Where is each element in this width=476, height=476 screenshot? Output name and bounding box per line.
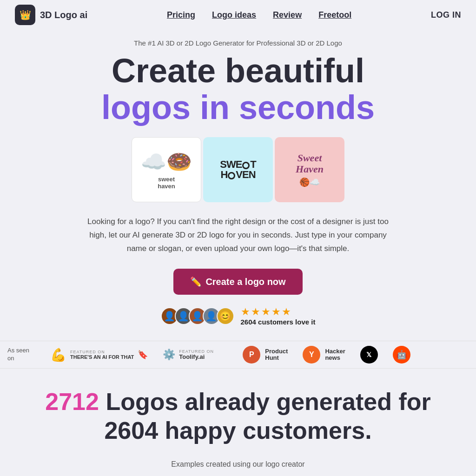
badge-hackernews: Y Hacker news [303,346,345,364]
avatar-5: 😊 [217,307,234,325]
hero-title-line2: logos in seconds [9,89,467,126]
theresan-name: THERE'S AN AI FOR THAT [70,354,134,360]
badge-producthunt: P Product Hunt [243,346,288,364]
muscle-icon: 💪 [50,347,66,363]
yc-icon: Y [303,346,320,364]
cta-label: Create a logo now [205,277,285,287]
nav-freetool[interactable]: Freetool [318,10,351,20]
badge-reddit: 🤖 [393,346,410,364]
pencil-icon: ✏️ [190,276,202,287]
nav-pricing[interactable]: Pricing [167,10,195,20]
star-icons: ★★★★★ [241,306,292,318]
ph-name-line2: Hunt [265,355,288,361]
customers-text: happy customers. [158,417,371,444]
as-seen-bar: As seen on 💪 FEATURED ON THERE'S AN AI F… [0,341,476,369]
toolify-name: Toolify.ai [179,354,214,360]
logo-sample-1: ☁️🍩 sweethaven [132,137,201,202]
nav-links: Pricing Logo ideas Review Freetool [167,10,351,20]
stats-section: 2712 Logos already generated for 2604 ha… [0,387,476,460]
donut-cloud-icon: ☁️🍩 [141,150,192,174]
reddit-icon: 🤖 [393,346,410,364]
logo-link[interactable]: 👑 3D Logo ai [15,5,87,25]
badge-theresan: 💪 FEATURED ON THERE'S AN AI FOR THAT 🔖 [50,347,148,363]
social-proof: 👤 👤 👤 👤 😊 ★★★★★ 2604 customers love it [9,306,467,326]
logos-count: 2712 [45,388,99,415]
review-count: 2604 customers love it [241,318,316,326]
logo-samples: ☁️🍩 sweethaven SWET HVEN SweetHaven 🏀☁️ [126,137,350,202]
logo-sample-2: SWET HVEN [203,137,273,202]
hn-name-line2: news [325,355,345,361]
badge-toolify: ⚙️ FEATURED ON Toolify.ai [163,349,228,361]
nav-review[interactable]: Review [273,10,302,20]
badge-x: 𝕏 [360,346,378,364]
hero-title: Create beautiful logos in seconds [9,53,467,126]
basketball-icon: 🏀☁️ [299,177,320,187]
sample2-text-line1: SWET [220,159,256,170]
x-icon: 𝕏 [360,346,378,364]
logo-text: 3D Logo ai [40,10,87,20]
theresan-featured: FEATURED ON [70,350,134,354]
sample3-text: SweetHaven [296,152,324,175]
login-button[interactable]: LOG IN [431,10,461,20]
review-label: customers love it [258,318,315,326]
nav-logo-ideas[interactable]: Logo ideas [212,10,256,20]
logo-icon: 👑 [15,5,35,25]
hero-description: Looking for a logo? If you can't find th… [80,215,396,256]
ph-name-line1: Product [265,348,288,355]
hero-section: The #1 AI 3D or 2D Logo Generator for Pr… [0,30,476,326]
as-seen-label: As seen on [7,347,35,363]
avatar-group: 👤 👤 👤 👤 😊 [161,307,234,325]
toolify-icon: ⚙️ [163,349,175,361]
stars-rating: ★★★★★ 2604 customers love it [241,306,316,326]
customers-count: 2604 [104,417,158,444]
ph-icon: P [243,346,260,364]
bookmark-icon: 🔖 [138,350,148,360]
navbar: 👑 3D Logo ai Pricing Logo ideas Review F… [0,0,476,30]
hn-name-line1: Hacker [325,348,345,355]
logo-sample-3: SweetHaven 🏀☁️ [275,137,344,202]
stats-heading: 2712 Logos already generated for 2604 ha… [9,387,467,445]
hero-subtitle: The #1 AI 3D or 2D Logo Generator for Pr… [9,39,467,47]
examples-label: Examples created using our logo creator [9,460,467,469]
review-number: 2604 [241,318,256,326]
logos-text: Logos already generated for [99,388,431,415]
create-logo-button[interactable]: ✏️ Create a logo now [173,269,302,295]
sample2-text-line2: HVEN [220,170,255,180]
hero-title-line1: Create beautiful [9,53,467,89]
sample1-text: sweethaven [158,176,175,190]
examples-section: Examples created using our logo creator [0,460,476,476]
